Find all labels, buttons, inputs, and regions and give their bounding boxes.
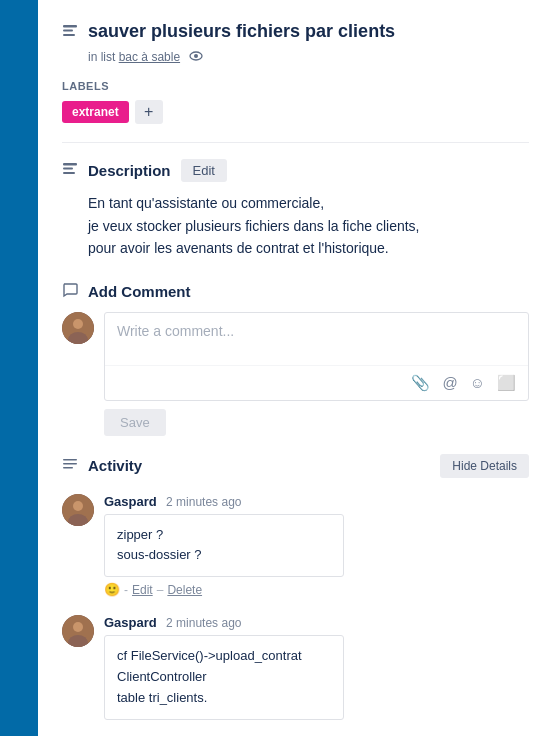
separator-2: – xyxy=(157,583,164,597)
comment-icon xyxy=(62,282,78,302)
svg-point-9 xyxy=(73,319,83,329)
description-line1: En tant qu'assistante ou commerciale, xyxy=(88,192,529,214)
mention-icon[interactable]: @ xyxy=(440,372,459,394)
activity-content-1: Gaspard 2 minutes ago zipper ? sous-doss… xyxy=(104,494,529,598)
svg-point-18 xyxy=(73,622,83,632)
labels-title: LABELS xyxy=(62,80,529,92)
attach-icon[interactable]: 📎 xyxy=(409,372,432,394)
comment-input-row: 📎 @ ☺ ⬜ xyxy=(62,312,529,401)
comment-text-1-2: sous-dossier ? xyxy=(117,545,331,566)
add-comment-title: Add Comment xyxy=(88,283,191,300)
activity-meta-2: Gaspard 2 minutes ago xyxy=(104,615,529,630)
svg-rect-12 xyxy=(63,463,77,465)
svg-rect-1 xyxy=(63,30,73,32)
comment-text-2-1: cf FileService()->upload_contrat xyxy=(117,646,331,667)
add-label-button[interactable]: + xyxy=(135,100,163,124)
activity-avatar-1 xyxy=(62,494,94,526)
svg-rect-13 xyxy=(63,467,73,469)
description-title: Description xyxy=(88,162,171,179)
comment-box: 📎 @ ☺ ⬜ xyxy=(104,312,529,401)
activity-time-1: 2 minutes ago xyxy=(166,495,241,509)
card-subtitle: in list bac à sable xyxy=(88,49,529,64)
card-container: sauver plusieurs fichiers par clients in… xyxy=(38,0,553,736)
card-title-row: sauver plusieurs fichiers par clients xyxy=(62,20,529,43)
activity-content-2: Gaspard 2 minutes ago cf FileService()->… xyxy=(104,615,529,719)
hide-details-button[interactable]: Hide Details xyxy=(440,454,529,478)
activity-comment-box-1: zipper ? sous-dossier ? xyxy=(104,514,344,578)
activity-left: Activity xyxy=(62,456,142,476)
activity-actions-1: 🙂 - Edit – Delete xyxy=(104,582,529,597)
description-line3: pour avoir les avenants de contrat et l'… xyxy=(88,237,529,259)
card-title: sauver plusieurs fichiers par clients xyxy=(88,20,395,43)
comment-text-2-3: table tri_clients. xyxy=(117,688,331,709)
comment-text-1-1: zipper ? xyxy=(117,525,331,546)
sidebar-strip xyxy=(0,0,38,736)
comment-textarea[interactable] xyxy=(105,313,528,365)
activity-author-2: Gaspard xyxy=(104,615,157,630)
labels-section: LABELS extranet + xyxy=(62,80,529,124)
card-type-icon xyxy=(62,23,78,43)
card-icon[interactable]: ⬜ xyxy=(495,372,518,394)
list-name-link[interactable]: bac à sable xyxy=(119,50,180,64)
comment-toolbar: 📎 @ ☺ ⬜ xyxy=(105,365,528,400)
activity-author-1: Gaspard xyxy=(104,494,157,509)
labels-row: extranet + xyxy=(62,100,529,124)
add-comment-section: Add Comment 📎 @ ☺ ⬜ Save xyxy=(62,282,529,436)
activity-item-2: Gaspard 2 minutes ago cf FileService()->… xyxy=(62,615,529,719)
comment-text-2-2: ClientController xyxy=(117,667,331,688)
description-icon xyxy=(62,161,78,181)
svg-point-4 xyxy=(194,54,198,58)
description-line2: je veux stocker plusieurs fichiers dans … xyxy=(88,215,529,237)
activity-title: Activity xyxy=(88,457,142,474)
watch-icon[interactable] xyxy=(189,49,203,64)
activity-item: Gaspard 2 minutes ago zipper ? sous-doss… xyxy=(62,494,529,598)
divider-1 xyxy=(62,142,529,143)
svg-rect-2 xyxy=(63,34,75,36)
svg-rect-6 xyxy=(63,167,73,169)
description-edit-button[interactable]: Edit xyxy=(181,159,227,182)
description-text: En tant qu'assistante ou commerciale, je… xyxy=(88,192,529,259)
svg-rect-11 xyxy=(63,459,77,461)
in-list-prefix: in list xyxy=(88,50,115,64)
emoji-icon[interactable]: ☺ xyxy=(468,372,487,394)
activity-header: Activity Hide Details xyxy=(62,454,529,478)
add-comment-header: Add Comment xyxy=(62,282,529,302)
activity-section: Activity Hide Details Gaspard 2 minutes … xyxy=(62,454,529,720)
delete-link-1[interactable]: Delete xyxy=(167,583,202,597)
svg-rect-7 xyxy=(63,172,75,174)
activity-icon xyxy=(62,456,78,476)
edit-link-1[interactable]: Edit xyxy=(132,583,153,597)
svg-rect-0 xyxy=(63,25,77,28)
activity-time-2: 2 minutes ago xyxy=(166,616,241,630)
comment-save-button[interactable]: Save xyxy=(104,409,166,436)
activity-avatar-2 xyxy=(62,615,94,647)
reaction-icon-1[interactable]: 🙂 xyxy=(104,582,120,597)
label-extranet[interactable]: extranet xyxy=(62,101,129,123)
user-avatar xyxy=(62,312,94,344)
activity-comment-box-2: cf FileService()->upload_contrat ClientC… xyxy=(104,635,344,719)
svg-point-15 xyxy=(73,501,83,511)
activity-meta-1: Gaspard 2 minutes ago xyxy=(104,494,529,509)
svg-rect-5 xyxy=(63,163,77,166)
description-header: Description Edit xyxy=(62,159,529,182)
separator-1: - xyxy=(124,583,128,597)
